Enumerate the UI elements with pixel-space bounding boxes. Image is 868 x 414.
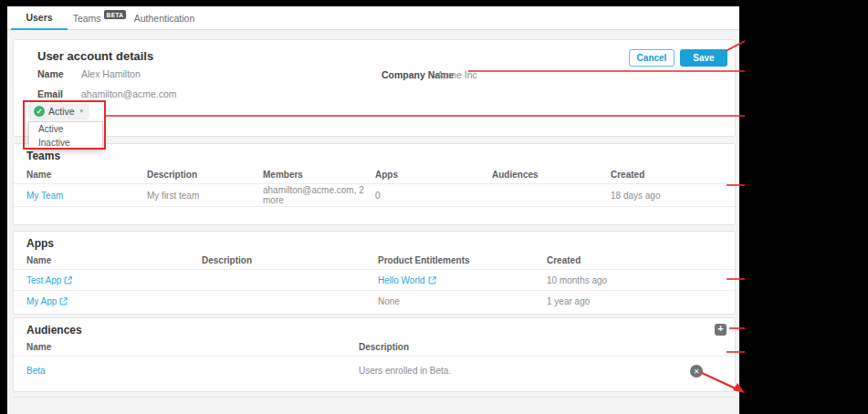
- audience-description: Users enrolled in Beta.: [359, 366, 722, 376]
- check-circle-icon: ✓: [34, 106, 45, 117]
- audiences-section-title: Audiences: [26, 324, 82, 336]
- tab-bar: Users Teams BETA Authentication: [7, 6, 739, 30]
- audience-name-link[interactable]: Beta: [26, 366, 46, 376]
- app-window: Users Teams BETA Authentication User acc…: [7, 6, 739, 414]
- status-option-active[interactable]: Active: [29, 122, 102, 136]
- name-label: Name: [37, 68, 64, 79]
- audiences-table-header: Name Description: [14, 338, 735, 357]
- tab-users-label: Users: [26, 12, 52, 23]
- external-link-icon: [59, 297, 68, 305]
- column-header: Name: [26, 342, 359, 352]
- app-created: 10 months ago: [547, 275, 722, 285]
- company-name-value: Acme Inc: [437, 69, 477, 80]
- email-value: ahamilton@acme.com: [81, 88, 177, 99]
- column-header: Description: [202, 255, 378, 265]
- team-name-link[interactable]: My Team: [26, 191, 63, 201]
- tab-teams-label: Teams: [73, 13, 101, 24]
- section-divider: [13, 397, 736, 398]
- status-option-inactive[interactable]: Inactive: [29, 136, 102, 150]
- apps-card: Apps Name Description Product Entitlemen…: [13, 231, 736, 315]
- column-header: Created: [547, 255, 722, 265]
- add-audience-button[interactable]: +: [715, 324, 727, 336]
- column-header: Description: [147, 170, 263, 180]
- team-apps-count: 0: [375, 191, 492, 201]
- status-dropdown-menu: Active Inactive: [28, 121, 103, 150]
- status-selected-value: Active: [48, 106, 75, 117]
- column-header: Members: [263, 170, 375, 180]
- tab-teams[interactable]: Teams BETA: [73, 6, 126, 30]
- cancel-button[interactable]: Cancel: [629, 49, 675, 67]
- audiences-table: Name Description Beta Users enrolled in …: [14, 338, 735, 384]
- page-title: User account details: [37, 49, 153, 63]
- teams-table-header: Name Description Members Apps Audiences …: [14, 166, 735, 184]
- teams-card: Teams Name Description Members Apps Audi…: [13, 143, 736, 225]
- table-row: Test App Hello World 10 months ago: [14, 270, 735, 291]
- team-members: ahamilton@acme.com, 2 more: [263, 185, 375, 205]
- apps-table-header: Name Description Product Entitlements Cr…: [14, 252, 735, 270]
- audiences-card: Audiences + Name Description Beta Users …: [13, 317, 736, 392]
- table-row: Beta Users enrolled in Beta.: [14, 357, 735, 384]
- tab-authentication-label: Authentication: [134, 13, 195, 24]
- email-label: Email: [37, 88, 63, 99]
- entitlement-value: None: [378, 296, 547, 306]
- column-header: Description: [359, 342, 722, 352]
- app-name-link[interactable]: Test App: [26, 275, 72, 285]
- tab-users[interactable]: Users: [11, 6, 68, 30]
- apps-section-title: Apps: [26, 237, 54, 250]
- app-created: 1 year ago: [547, 296, 722, 306]
- remove-audience-button[interactable]: ✕: [690, 365, 703, 378]
- tab-authentication[interactable]: Authentication: [131, 6, 197, 30]
- entitlement-link[interactable]: Hello World: [378, 275, 436, 285]
- teams-table: Name Description Members Apps Audiences …: [14, 166, 735, 207]
- name-value: Alex Hamilton: [81, 68, 141, 79]
- external-link-icon: [428, 276, 436, 285]
- save-button[interactable]: Save: [680, 49, 727, 67]
- user-account-details-card: User account details Cancel Save Name Al…: [13, 39, 736, 137]
- column-header: Created: [611, 170, 722, 180]
- column-header: Name: [26, 255, 202, 265]
- external-link-icon: [64, 276, 72, 285]
- column-header: Name: [26, 170, 147, 180]
- column-header: Audiences: [492, 170, 611, 180]
- beta-badge: BETA: [104, 10, 127, 19]
- chevron-down-icon: ▾: [80, 108, 84, 115]
- table-row: My Team My first team ahamilton@acme.com…: [14, 184, 735, 207]
- apps-table: Name Description Product Entitlements Cr…: [14, 252, 735, 312]
- status-dropdown[interactable]: ✓ Active ▾: [27, 103, 89, 119]
- table-row: My App None 1 year ago: [14, 291, 735, 312]
- team-description: My first team: [147, 191, 263, 201]
- teams-section-title: Teams: [26, 150, 60, 162]
- team-created: 18 days ago: [611, 191, 722, 201]
- column-header: Product Entitlements: [378, 255, 547, 265]
- app-name-link[interactable]: My App: [26, 296, 68, 306]
- column-header: Apps: [375, 170, 492, 180]
